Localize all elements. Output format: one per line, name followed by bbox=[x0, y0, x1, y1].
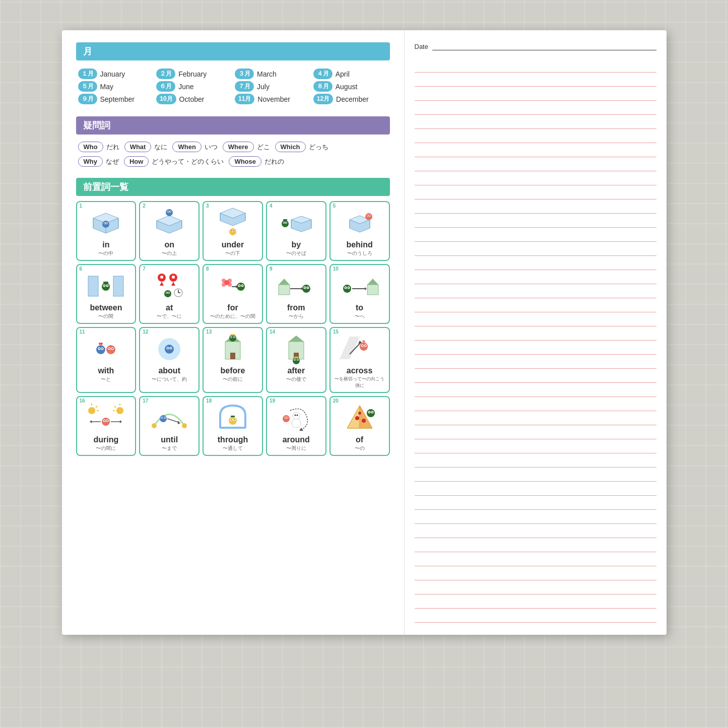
svg-rect-122 bbox=[230, 353, 235, 359]
svg-point-5 bbox=[102, 221, 109, 228]
prep-word: through bbox=[206, 435, 260, 444]
date-line: Date bbox=[415, 42, 656, 50]
prep-japanese: 〜で、〜に bbox=[142, 313, 196, 320]
prep-word: about bbox=[142, 366, 196, 375]
svg-point-64 bbox=[166, 292, 167, 293]
prep-japanese: 〜のために、〜の間 bbox=[206, 313, 260, 320]
svg-point-61 bbox=[164, 290, 171, 297]
prep-illustration bbox=[206, 399, 260, 434]
svg-point-112 bbox=[112, 348, 113, 349]
month-badge: ８月 bbox=[313, 81, 333, 92]
prep-japanese: 〜の前に bbox=[206, 376, 260, 383]
ruled-line bbox=[415, 609, 656, 623]
list-item: ６月 June bbox=[156, 81, 231, 92]
wh-meaning: だれの bbox=[264, 157, 284, 166]
prep-illustration bbox=[142, 399, 196, 434]
svg-rect-82 bbox=[279, 285, 290, 295]
prep-japanese: 〜を横切って〜の向こう側に bbox=[333, 376, 387, 389]
prep-card-under: 3 bbox=[203, 201, 263, 261]
svg-point-132 bbox=[293, 357, 300, 364]
wh-badge: Where bbox=[223, 142, 254, 152]
prep-card-until: 17 bbox=[139, 396, 200, 456]
ruled-line bbox=[415, 101, 656, 115]
svg-point-159 bbox=[107, 420, 108, 421]
svg-marker-59 bbox=[171, 282, 175, 286]
svg-point-9 bbox=[106, 223, 107, 224]
prep-card-before: 13 bbox=[203, 327, 263, 393]
months-header: 月 bbox=[76, 42, 390, 60]
svg-point-118 bbox=[167, 348, 168, 349]
month-name: October bbox=[179, 95, 205, 103]
svg-point-195 bbox=[358, 412, 361, 415]
month-name: July bbox=[257, 83, 270, 91]
prep-card-by: 4 bbox=[266, 201, 326, 261]
ruled-line bbox=[415, 157, 656, 171]
svg-marker-56 bbox=[160, 282, 164, 286]
svg-point-36 bbox=[286, 222, 287, 223]
prep-word: from bbox=[269, 303, 323, 312]
prep-illustration bbox=[79, 399, 134, 434]
svg-point-107 bbox=[101, 343, 103, 345]
ruled-line bbox=[415, 552, 656, 566]
ruled-line bbox=[415, 383, 656, 397]
ruled-line bbox=[415, 58, 656, 73]
ruled-line bbox=[415, 468, 656, 482]
ruled-line bbox=[415, 214, 656, 228]
ruled-line bbox=[415, 411, 656, 425]
month-name: December bbox=[336, 95, 369, 103]
list-item: 12月 December bbox=[313, 94, 388, 104]
prep-illustration bbox=[333, 204, 387, 239]
svg-point-89 bbox=[304, 287, 305, 288]
prep-word: before bbox=[206, 366, 260, 375]
list-item: 11月 November bbox=[235, 94, 309, 104]
wh-meaning: なに bbox=[154, 143, 167, 152]
prep-illustration bbox=[333, 399, 387, 434]
svg-point-57 bbox=[160, 276, 163, 279]
svg-point-164 bbox=[152, 423, 157, 428]
svg-point-181 bbox=[293, 412, 300, 419]
months-section: 月 １月 January ２月 February ３月 March ４月 Apr… bbox=[76, 42, 390, 107]
prep-illustration bbox=[333, 267, 387, 302]
svg-point-142 bbox=[362, 345, 363, 346]
month-badge: 11月 bbox=[235, 94, 254, 104]
prep-japanese: 〜まで bbox=[142, 445, 196, 452]
wh-badge: What bbox=[124, 142, 152, 152]
month-name: April bbox=[336, 70, 350, 78]
list-item: ４月 April bbox=[313, 69, 388, 79]
svg-point-42 bbox=[365, 213, 372, 220]
svg-point-177 bbox=[231, 419, 232, 420]
prepositions-section: 前置詞一覧 1 bbox=[76, 178, 390, 456]
ruled-line bbox=[415, 143, 656, 157]
svg-point-155 bbox=[102, 418, 110, 426]
list-item: ７月 July bbox=[235, 81, 309, 92]
wh-badge: When bbox=[172, 142, 201, 152]
prep-card-after: 14 bbox=[266, 327, 326, 393]
prep-illustration bbox=[79, 204, 134, 239]
prep-illustration bbox=[269, 399, 323, 434]
prep-illustration bbox=[269, 267, 323, 302]
svg-point-46 bbox=[369, 215, 370, 216]
list-item: ３月 March bbox=[235, 69, 309, 79]
prep-card-behind: 5 bbox=[329, 201, 390, 261]
svg-point-194 bbox=[362, 419, 366, 423]
prep-japanese: 〜について、約 bbox=[142, 376, 196, 383]
svg-point-17 bbox=[168, 211, 169, 212]
prep-illustration bbox=[142, 204, 196, 239]
svg-point-188 bbox=[287, 417, 288, 418]
month-badge: 10月 bbox=[156, 94, 176, 104]
month-name: November bbox=[257, 95, 290, 103]
prep-card-between: 6 bbox=[76, 264, 137, 324]
ruled-line bbox=[415, 298, 656, 312]
ruled-lines bbox=[415, 58, 656, 623]
svg-point-32 bbox=[282, 220, 289, 227]
svg-point-180 bbox=[292, 419, 301, 428]
ruled-line bbox=[415, 594, 656, 609]
prep-card-during: 16 bbox=[76, 396, 137, 456]
svg-point-187 bbox=[285, 417, 286, 418]
svg-marker-163 bbox=[120, 420, 122, 423]
ruled-line bbox=[415, 284, 656, 298]
svg-point-165 bbox=[182, 423, 187, 428]
svg-point-178 bbox=[234, 419, 235, 420]
svg-rect-47 bbox=[88, 276, 98, 296]
svg-point-183 bbox=[296, 414, 298, 416]
